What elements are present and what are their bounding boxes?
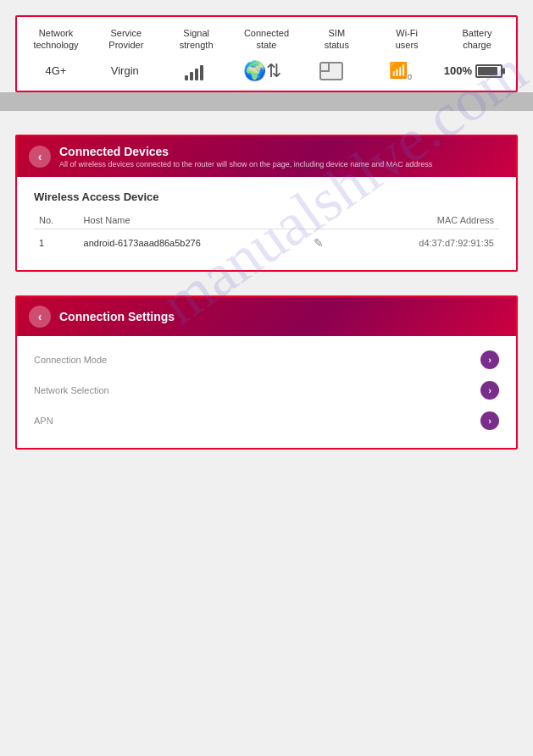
battery-value-container: 100% — [444, 64, 502, 78]
connection-settings-back-button[interactable]: ‹ — [29, 306, 51, 328]
device-table: No. Host Name MAC Address 1 android-6173… — [34, 212, 499, 257]
status-bar-section: Network technology Service Provider Sign… — [15, 15, 518, 92]
connection-settings-header: ‹ Connection Settings — [17, 297, 516, 336]
battery-header-line2: charge — [463, 39, 491, 51]
settings-row-network: Network Selection › — [34, 375, 499, 406]
battery-percentage: 100% — [444, 64, 472, 77]
row-mac: d4:37:d7:92:91:35 — [345, 229, 499, 257]
col-no: No. — [34, 212, 79, 229]
wifi-header-line2: users — [396, 39, 419, 51]
connected-devices-back-button[interactable]: ‹ — [29, 146, 51, 168]
connected-devices-section: ‹ Connected Devices All of wireless devi… — [15, 135, 518, 272]
network-value: 4G+ — [31, 64, 81, 77]
signal-bar-3 — [195, 69, 198, 80]
connected-icon-container: 🌍⇅ — [237, 60, 288, 82]
service-header-line1: Service — [110, 27, 142, 39]
globe-icon: 🌍⇅ — [243, 60, 281, 82]
signal-bar-1 — [185, 75, 188, 80]
signal-bar-4 — [200, 65, 203, 80]
col-mac: MAC Address — [345, 212, 499, 229]
connected-devices-subtitle: All of wireless devices connected to the… — [59, 160, 432, 168]
connected-devices-title: Connected Devices — [59, 145, 432, 158]
settings-arrow-network[interactable]: › — [480, 381, 499, 400]
col-edit — [308, 212, 345, 229]
divider — [0, 92, 533, 111]
battery-fill — [478, 67, 497, 75]
connected-devices-body: Wireless Access Device No. Host Name MAC… — [17, 177, 516, 270]
arrow-icon-mode: › — [488, 355, 491, 365]
col-host: Host Name — [79, 212, 308, 229]
signal-bar-2 — [190, 72, 193, 80]
wifi-icon-container: 📶0 — [375, 61, 425, 81]
signal-icon-container — [169, 62, 219, 80]
status-col-sim: SIM status — [311, 27, 362, 52]
connection-settings-body: Connection Mode › Network Selection › AP… — [17, 336, 516, 448]
service-value: Virgin — [99, 64, 150, 77]
status-bar-values: 4G+ Virgin 🌍⇅ 📶0 — [31, 60, 502, 82]
settings-back-arrow-icon: ‹ — [38, 310, 42, 323]
sim-header-line1: SIM — [329, 27, 346, 39]
connection-settings-section: ‹ Connection Settings Connection Mode › … — [15, 295, 518, 450]
settings-arrow-mode[interactable]: › — [480, 350, 499, 369]
connected-header-line2: state — [257, 39, 277, 51]
arrow-icon-apn: › — [488, 416, 491, 426]
settings-row-mode: Connection Mode › — [34, 345, 499, 375]
settings-row-apn: APN › — [34, 406, 499, 436]
network-header-line2: technology — [33, 39, 78, 51]
back-arrow-icon: ‹ — [38, 150, 42, 163]
battery-display: 100% — [444, 64, 502, 78]
edit-pencil-icon: ✎ — [314, 236, 324, 250]
connection-settings-header-text: Connection Settings — [59, 310, 175, 323]
signal-icon — [185, 62, 203, 80]
sim-header-line2: status — [325, 39, 349, 51]
wifi-header-line1: Wi-Fi — [396, 27, 418, 39]
settings-arrow-apn[interactable]: › — [480, 411, 499, 430]
status-col-network: Network technology — [31, 27, 81, 52]
sim-icon-container — [306, 62, 357, 80]
network-header-line1: Network — [39, 27, 73, 39]
status-col-service: Service Provider — [101, 27, 152, 52]
sim-icon — [319, 62, 343, 80]
wifi-icon: 📶0 — [389, 61, 412, 81]
settings-label-mode: Connection Mode — [34, 355, 107, 365]
status-bar-headers: Network technology Service Provider Sign… — [31, 27, 502, 52]
status-col-battery: Battery charge — [452, 27, 502, 52]
service-text: Virgin — [111, 64, 139, 77]
network-text: 4G+ — [46, 64, 67, 77]
arrow-icon-network: › — [488, 385, 491, 395]
battery-header-line1: Battery — [463, 27, 492, 39]
service-header-line2: Provider — [108, 39, 143, 51]
status-col-connected: Connected state — [241, 27, 291, 52]
table-row: 1 android-6173aaad86a5b276 ✎ d4:37:d7:92… — [34, 229, 499, 257]
status-col-signal: Signal strength — [171, 27, 222, 52]
row-no: 1 — [34, 229, 79, 257]
connection-settings-title: Connection Settings — [59, 310, 175, 323]
status-col-wifi: Wi-Fi users — [381, 27, 432, 52]
row-host: android-6173aaad86a5b276 — [79, 229, 308, 257]
row-edit-icon[interactable]: ✎ — [308, 229, 345, 257]
signal-header-line2: strength — [180, 39, 214, 51]
wireless-access-title: Wireless Access Device — [34, 190, 499, 203]
settings-label-network: Network Selection — [34, 385, 109, 395]
device-table-header-row: No. Host Name MAC Address — [34, 212, 499, 229]
battery-icon — [475, 64, 502, 78]
signal-header-line1: Signal — [183, 27, 209, 39]
connected-devices-header: ‹ Connected Devices All of wireless devi… — [17, 136, 516, 177]
settings-label-apn: APN — [34, 416, 53, 426]
connected-devices-header-text: Connected Devices All of wireless device… — [59, 145, 432, 168]
connected-header-line1: Connected — [244, 27, 289, 39]
wifi-subscript: 0 — [408, 72, 412, 80]
